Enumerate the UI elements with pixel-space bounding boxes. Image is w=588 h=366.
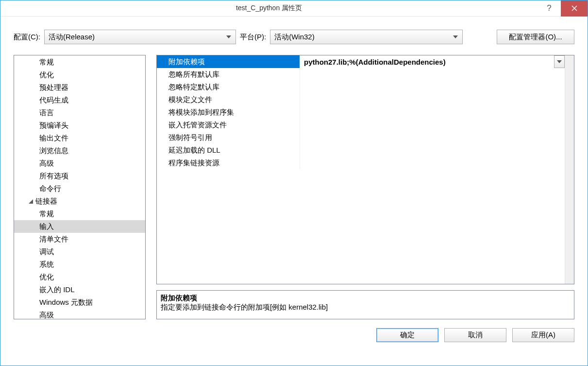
property-row[interactable]: 忽略所有默认库 — [157, 68, 574, 81]
config-value: 活动(Release) — [49, 33, 95, 42]
property-row[interactable]: 强制符号引用 — [157, 131, 574, 144]
description-text: 指定要添加到链接命令行的附加项[例如 kernel32.lib] — [161, 303, 570, 312]
config-label: 配置(C): — [14, 33, 40, 42]
tree-item[interactable]: Windows 元数据 — [14, 296, 145, 309]
tree-item-label: 预处理器 — [39, 83, 68, 92]
description-title: 附加依赖项 — [161, 294, 570, 303]
main-area: 常规优化预处理器代码生成语言预编译头输出文件浏览信息高级所有选项命令行链接器常规… — [14, 55, 574, 319]
close-icon — [571, 5, 577, 11]
config-manager-button[interactable]: 配置管理器(O)... — [497, 30, 574, 44]
value-dropdown-button[interactable] — [554, 55, 565, 68]
property-value[interactable] — [300, 131, 574, 144]
svg-marker-5 — [557, 60, 562, 63]
cancel-button[interactable]: 取消 — [444, 328, 506, 342]
tree-item[interactable]: 输入 — [14, 220, 145, 233]
tree-item[interactable]: 预处理器 — [14, 81, 145, 94]
tree-item[interactable]: 高级 — [14, 157, 145, 170]
tree-item[interactable]: 所有选项 — [14, 170, 145, 182]
tree-item[interactable]: 优化 — [14, 69, 145, 81]
window-title: test_C_python 属性页 — [0, 4, 538, 13]
property-value[interactable] — [300, 93, 574, 106]
chevron-down-icon — [452, 35, 459, 38]
tree-item[interactable]: 语言 — [14, 106, 145, 119]
property-name: 附加依赖项 — [157, 55, 300, 68]
tree-item-label: 嵌入的 IDL — [39, 285, 75, 295]
right-pane: 附加依赖项python27.lib;%(AdditionalDependenci… — [156, 55, 574, 319]
chevron-down-icon — [225, 35, 233, 38]
svg-marker-3 — [453, 35, 458, 38]
close-button[interactable] — [561, 0, 588, 17]
expander-icon — [27, 199, 34, 204]
tree-item[interactable]: 常规 — [14, 56, 145, 69]
tree-item-label: 代码生成 — [39, 96, 68, 105]
apply-button[interactable]: 应用(A) — [512, 328, 574, 342]
property-row[interactable]: 程序集链接资源 — [157, 157, 574, 169]
property-row[interactable]: 附加依赖项python27.lib;%(AdditionalDependenci… — [157, 55, 574, 68]
tree-item-label: 所有选项 — [39, 172, 68, 181]
property-row[interactable]: 忽略特定默认库 — [157, 81, 574, 93]
tree-item-label: 语言 — [39, 108, 54, 118]
tree-item[interactable]: 浏览信息 — [14, 144, 145, 157]
property-value[interactable] — [300, 106, 574, 119]
chevron-down-icon — [557, 60, 562, 63]
property-name: 忽略特定默认库 — [157, 81, 300, 93]
tree-item[interactable]: 系统 — [14, 258, 145, 271]
property-name: 强制符号引用 — [157, 131, 300, 144]
help-button[interactable]: ? — [538, 0, 561, 17]
tree-item-label: 高级 — [39, 159, 54, 168]
property-value[interactable] — [300, 119, 574, 131]
config-row: 配置(C): 活动(Release) 平台(P): 活动(Win32) 配置管理… — [14, 30, 574, 44]
tree-item-label: 输出文件 — [39, 134, 68, 143]
content: 配置(C): 活动(Release) 平台(P): 活动(Win32) 配置管理… — [0, 17, 588, 348]
property-name: 程序集链接资源 — [157, 157, 300, 169]
tree-item[interactable]: 优化 — [14, 271, 145, 283]
nav-tree: 常规优化预处理器代码生成语言预编译头输出文件浏览信息高级所有选项命令行链接器常规… — [14, 55, 146, 319]
tree-item-label: 优化 — [39, 70, 54, 80]
tree-item-label: 常规 — [39, 58, 54, 67]
property-row[interactable]: 模块定义文件 — [157, 93, 574, 106]
ok-button[interactable]: 确定 — [376, 328, 438, 342]
button-row: 确定 取消 应用(A) — [14, 328, 574, 342]
tree-item-label: 清单文件 — [39, 235, 68, 244]
tree-item-label: 调试 — [39, 247, 54, 257]
tree-item[interactable]: 链接器 — [14, 195, 145, 208]
tree-item-label: 预编译头 — [39, 121, 68, 130]
property-row[interactable]: 延迟加载的 DLL — [157, 144, 574, 157]
tree-item[interactable]: 调试 — [14, 245, 145, 258]
tree-item-label: Windows 元数据 — [39, 298, 93, 307]
property-name: 忽略所有默认库 — [157, 68, 300, 81]
property-name: 将模块添加到程序集 — [157, 106, 300, 119]
tree-item-label: 链接器 — [35, 197, 57, 206]
tree-item[interactable]: 嵌入的 IDL — [14, 283, 145, 296]
platform-combobox[interactable]: 活动(Win32) — [270, 30, 463, 44]
tree-item-label: 命令行 — [39, 184, 61, 193]
property-value[interactable] — [300, 81, 574, 93]
platform-label: 平台(P): — [240, 33, 266, 42]
tree-item-label: 优化 — [39, 273, 54, 282]
tree-item[interactable]: 命令行 — [14, 182, 145, 195]
tree-item[interactable]: 预编译头 — [14, 119, 145, 132]
tree-item-label: 常规 — [39, 209, 54, 219]
tree-scroll[interactable]: 常规优化预处理器代码生成语言预编译头输出文件浏览信息高级所有选项命令行链接器常规… — [14, 55, 145, 319]
tree-item[interactable]: 清单文件 — [14, 233, 145, 245]
tree-item-label: 高级 — [39, 311, 54, 319]
svg-marker-4 — [29, 199, 33, 204]
tree-item[interactable]: 常规 — [14, 208, 145, 220]
property-row[interactable]: 将模块添加到程序集 — [157, 106, 574, 119]
tree-item[interactable]: 输出文件 — [14, 132, 145, 144]
property-value[interactable] — [300, 157, 574, 169]
tree-item-label: 输入 — [39, 222, 54, 231]
property-row[interactable]: 嵌入托管资源文件 — [157, 119, 574, 131]
tree-item[interactable]: 代码生成 — [14, 94, 145, 106]
svg-marker-2 — [226, 35, 231, 38]
property-name: 延迟加载的 DLL — [157, 144, 300, 157]
property-value[interactable] — [300, 144, 574, 157]
property-name: 嵌入托管资源文件 — [157, 119, 300, 131]
property-value[interactable] — [300, 68, 574, 81]
property-grid: 附加依赖项python27.lib;%(AdditionalDependenci… — [156, 55, 574, 284]
config-combobox[interactable]: 活动(Release) — [44, 30, 236, 44]
description-panel: 附加依赖项 指定要添加到链接命令行的附加项[例如 kernel32.lib] — [156, 290, 574, 319]
property-value[interactable]: python27.lib;%(AdditionalDependencies) — [300, 55, 574, 68]
platform-value: 活动(Win32) — [274, 33, 315, 42]
tree-item[interactable]: 高级 — [14, 309, 145, 319]
